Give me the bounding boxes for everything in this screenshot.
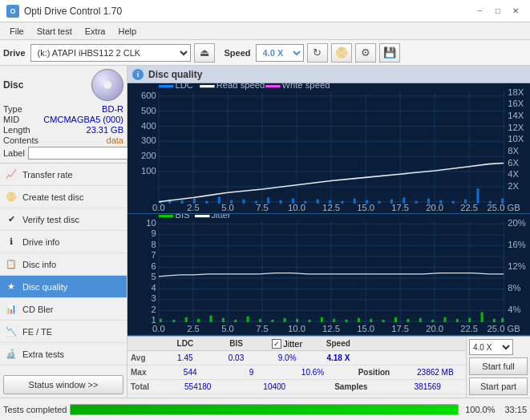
svg-text:2: 2 — [152, 305, 156, 314]
svg-text:20.0: 20.0 — [426, 203, 443, 212]
sidebar-item-extra-tests[interactable]: 🔬 Extra tests — [0, 343, 127, 365]
svg-text:7.5: 7.5 — [256, 325, 269, 334]
svg-rect-72 — [476, 188, 479, 204]
svg-rect-65 — [390, 200, 393, 204]
svg-text:3: 3 — [152, 293, 156, 303]
svg-rect-61 — [341, 201, 343, 204]
position-val: 23862 MB — [405, 368, 466, 377]
svg-rect-144 — [345, 320, 347, 322]
svg-text:200: 200 — [141, 151, 156, 160]
svg-text:600: 600 — [141, 91, 156, 100]
svg-text:16X: 16X — [508, 99, 524, 108]
menu-file[interactable]: File — [3, 25, 30, 38]
jitter-checkbox[interactable]: ✓ — [272, 339, 281, 349]
start-part-button[interactable]: Start part — [469, 378, 528, 395]
stats-avg-row: Avg 1.45 0.03 9.0% 4.18 X — [127, 351, 466, 365]
sidebar-item-create-test-disc[interactable]: 📀 Create test disc — [0, 186, 127, 208]
svg-text:400: 400 — [141, 120, 156, 130]
svg-rect-143 — [333, 319, 335, 322]
sidebar-item-disc-quality[interactable]: ★ Disc quality — [0, 276, 127, 298]
disc-icon — [91, 69, 123, 101]
menu-extra[interactable]: Extra — [79, 25, 112, 38]
svg-rect-0 — [127, 83, 530, 213]
svg-text:7: 7 — [152, 250, 156, 260]
disc-quality-icon: ★ — [5, 281, 18, 293]
right-content: i Disc quality — [127, 66, 530, 398]
sidebar-item-fe-te[interactable]: 📉 FE / TE — [0, 321, 127, 343]
maximize-button[interactable]: □ — [490, 4, 506, 18]
sidebar-item-drive-info[interactable]: ℹ Drive info — [0, 231, 127, 253]
disc-mid-row: MID CMCMAGBA5 (000) — [3, 115, 123, 124]
svg-rect-152 — [443, 317, 446, 322]
drive-info-icon: ℹ — [5, 236, 18, 248]
svg-rect-137 — [259, 319, 261, 322]
stats-table: LDC BIS ✓ Jitter Speed Avg 1.45 — [127, 337, 466, 398]
drive-label: Drive — [3, 48, 26, 58]
drive-select[interactable]: (k:) ATAPI iHBS112 2 CLK — [30, 44, 191, 62]
window-controls: − □ ✕ — [472, 4, 524, 18]
disc-mid-label: MID — [3, 115, 19, 124]
svg-rect-59 — [317, 200, 319, 204]
bis-chart: 10 9 8 7 6 5 4 3 2 1 20% 16% — [127, 214, 530, 336]
svg-text:17.5: 17.5 — [391, 325, 409, 334]
avg-ldc: 1.45 — [160, 353, 211, 362]
svg-text:Write speed: Write speed — [282, 83, 330, 90]
avg-jitter: 9.0% — [261, 353, 313, 362]
disc-button[interactable]: 📀 — [331, 43, 352, 63]
svg-rect-50 — [205, 201, 208, 204]
samples-val: 381569 — [390, 382, 467, 391]
sidebar-item-verify-test-disc[interactable]: ✔ Verify test disc — [0, 208, 127, 231]
svg-text:12%: 12% — [508, 261, 526, 271]
speed-combo-select[interactable]: 4.0 X — [469, 339, 513, 355]
svg-rect-73 — [489, 201, 492, 204]
avg-bis: 0.03 — [211, 353, 262, 362]
svg-text:5: 5 — [152, 272, 156, 281]
eject-button[interactable]: ⏏ — [194, 43, 215, 63]
svg-rect-48 — [181, 200, 184, 204]
menu-help[interactable]: Help — [111, 25, 143, 38]
time-text: 33:15 — [504, 405, 527, 414]
refresh-button[interactable]: ↻ — [307, 43, 328, 63]
cd-bler-icon: 📊 — [5, 303, 18, 316]
disc-length-row: Length 23.31 GB — [3, 125, 123, 135]
svg-rect-68 — [427, 199, 430, 204]
minimize-button[interactable]: − — [472, 4, 488, 18]
title-text: Opti Drive Control 1.70 — [24, 6, 122, 17]
svg-text:BIS: BIS — [175, 214, 190, 220]
sidebar-item-disc-info[interactable]: 📋 Disc info — [0, 253, 127, 276]
svg-rect-74 — [501, 199, 504, 204]
menu-start-test[interactable]: Start test — [30, 25, 79, 38]
speed-select[interactable]: 4.0 X — [256, 44, 304, 62]
sidebar-item-transfer-rate[interactable]: 📈 Transfer rate — [0, 164, 127, 186]
start-full-button[interactable]: Start full — [469, 357, 528, 375]
stats-area: LDC BIS ✓ Jitter Speed Avg 1.45 — [127, 336, 530, 398]
sidebar-item-cd-bler[interactable]: 📊 CD Bler — [0, 298, 127, 321]
disc-quality-header: i Disc quality — [127, 66, 530, 83]
disc-mid-value: CMCMAGBA5 (000) — [43, 115, 123, 124]
speed-row: 4.0 X — [469, 339, 528, 355]
sidebar-item-label: CD Bler — [22, 305, 54, 314]
total-ldc: 554180 — [160, 382, 237, 391]
disc-panel: Disc Type BD-R MID CMCMAGBA5 (000) Lengt… — [0, 66, 127, 164]
svg-rect-53 — [242, 200, 245, 204]
sidebar-item-label: Extra tests — [22, 349, 64, 359]
svg-rect-66 — [403, 198, 405, 204]
status-text: Tests completed — [3, 405, 67, 414]
close-button[interactable]: ✕ — [508, 4, 524, 18]
svg-rect-49 — [193, 199, 196, 204]
svg-rect-154 — [468, 318, 471, 322]
svg-rect-142 — [321, 317, 323, 322]
svg-text:20.0: 20.0 — [426, 325, 443, 334]
settings-button[interactable]: ⚙ — [355, 43, 376, 63]
nav-list: 📈 Transfer rate 📀 Create test disc ✔ Ver… — [0, 164, 127, 372]
svg-rect-69 — [439, 200, 442, 204]
svg-text:25.0 GB: 25.0 GB — [488, 325, 520, 334]
disc-type-value: BD-R — [102, 104, 123, 114]
disc-label: Disc — [3, 79, 23, 91]
status-window-button[interactable]: Status window >> — [3, 375, 123, 394]
svg-rect-52 — [230, 200, 233, 204]
save-button[interactable]: 💾 — [379, 43, 400, 63]
svg-rect-132 — [197, 319, 200, 322]
label-input[interactable] — [28, 147, 135, 160]
disc-type-label: Type — [3, 104, 22, 114]
